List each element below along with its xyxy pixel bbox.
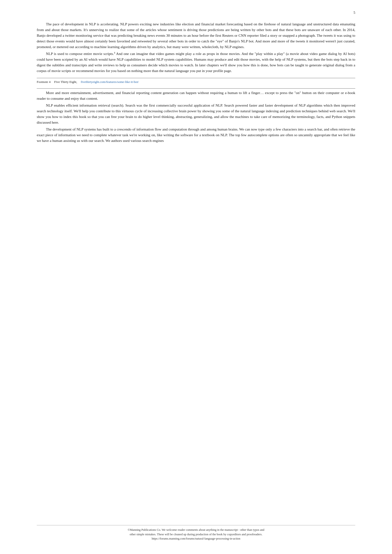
paragraph-5: The development of NLP systems has built… (37, 126, 355, 144)
footnote-divider (37, 78, 355, 78)
footer-line2: other simple mistakes. These will be cle… (37, 532, 355, 537)
paragraph-1: The pace of development in NLP is accele… (37, 21, 355, 50)
paragraph-3: More and more entertainment, advertiseme… (37, 90, 355, 101)
page-number: 5 (354, 10, 356, 15)
footnote-area: Footnote 4 Five Thirty Eight, fivethirty… (37, 80, 355, 84)
footnote-source: Five Thirty Eight, (54, 80, 77, 84)
footer-line1: ©Manning Publications Co. We welcome rea… (37, 528, 355, 532)
footnote-label: Footnote 4 (37, 80, 50, 84)
footer: ©Manning Publications Co. We welcome rea… (37, 525, 355, 541)
footer-line3: https://forums.manning.com/forums/natura… (37, 536, 355, 541)
footnote-link[interactable]: fivethirtyeight.com/features/some-like-i… (81, 80, 139, 84)
para2-text-before: NLP is used to compose entire movie scri… (46, 52, 114, 56)
footnote-4: Footnote 4 Five Thirty Eight, fivethirty… (37, 80, 355, 84)
main-content: The pace of development in NLP is accele… (37, 21, 355, 144)
paragraph-4: NLP enables efficient information retrie… (37, 103, 355, 125)
page: 5 The pace of development in NLP is acce… (0, 0, 392, 554)
paragraph-2: NLP is used to compose entire movie scri… (37, 51, 355, 74)
footnote-divider-bottom (37, 88, 355, 89)
